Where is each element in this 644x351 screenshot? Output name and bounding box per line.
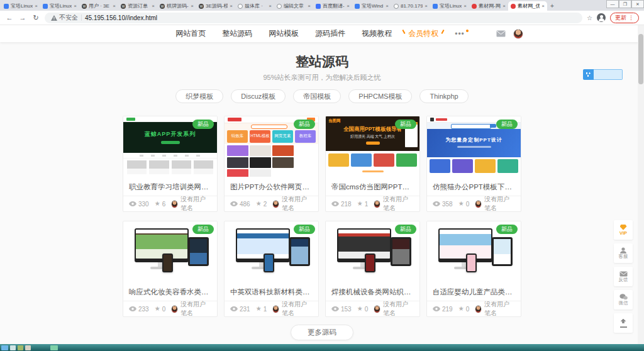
os-taskbar[interactable] — [0, 344, 644, 351]
author-avatar — [475, 200, 482, 208]
taskbar-item[interactable] — [50, 345, 58, 350]
mail-icon[interactable] — [496, 30, 506, 37]
browser-tab[interactable]: 用户 · 3E× — [79, 1, 118, 11]
filter-discuz[interactable]: Discuz模板 — [231, 89, 286, 103]
browser-tab[interactable]: 81.70.179× — [391, 1, 430, 11]
browser-tab-active[interactable]: 素材网_优× — [508, 1, 547, 11]
card-thumbnail[interactable]: 为您量身定制PPT设计 新品 — [427, 116, 521, 177]
card-title[interactable]: 响应式化妆美容香水类网站织梦模板 — [123, 282, 217, 301]
filter-diguo[interactable]: 帝国模板 — [293, 89, 341, 103]
new-badge: 新品 — [192, 120, 214, 129]
template-card: 当图网 全国商用PPT模板领导者 好用漂亮 高端 大气 上档次 新品 帝国cms… — [325, 116, 420, 212]
new-tab-button[interactable]: + — [547, 2, 557, 11]
nav-item-more[interactable]: ••• — [455, 30, 469, 38]
card-thumbnail[interactable]: 新品 — [123, 221, 217, 282]
sidebar-item-wechat[interactable]: 微信 — [614, 290, 633, 309]
nav-item-templates[interactable]: 网站模板 — [269, 28, 299, 39]
card-thumbnail[interactable]: 当图网 全国商用PPT模板领导者 好用漂亮 高端 大气 上档次 新品 — [326, 116, 419, 177]
user-avatar[interactable] — [513, 29, 523, 39]
filter-zhimeng[interactable]: 织梦模板 — [175, 89, 223, 103]
taskbar-item[interactable] — [25, 345, 31, 350]
sidebar-item-feedback[interactable]: 反馈 — [614, 267, 633, 286]
sidebar-item-vip[interactable]: VIP — [614, 220, 633, 240]
browser-tab[interactable]: 宝塔Linux× — [40, 1, 79, 11]
bookmark-star-icon[interactable]: ☆ — [587, 14, 592, 21]
eye-icon — [433, 306, 440, 311]
scrollbar-thumb[interactable] — [638, 34, 643, 84]
browser-tab[interactable]: 百度翻译-× — [313, 1, 352, 11]
nav-item-home[interactable]: 网站首页 — [175, 28, 206, 39]
nav-item-vip[interactable]: 会员特权 — [408, 28, 438, 39]
card-thumbnail[interactable]: 新品 — [326, 221, 419, 282]
taskbar-item[interactable] — [18, 345, 23, 350]
tab-close-icon[interactable]: × — [113, 3, 116, 9]
card-title[interactable]: 职业教育学习培训类网站模板（带手 — [123, 177, 217, 196]
globe-icon — [238, 4, 243, 9]
close-button[interactable]: ✕ — [631, 0, 644, 8]
maximize-button[interactable]: ❐ — [619, 0, 631, 8]
security-status[interactable]: 不安全 — [51, 13, 78, 22]
nav-item-source[interactable]: 整站源码 — [222, 28, 252, 39]
tab-close-icon[interactable]: × — [464, 3, 467, 9]
filter-thinkphp[interactable]: Thinkphp — [419, 89, 468, 103]
card-title[interactable]: 仿熊猫办公PPT模板下载站（带会员、 — [427, 177, 521, 196]
profile-icon[interactable] — [597, 13, 606, 22]
browser-tab[interactable]: 宝塔Wind× — [352, 1, 391, 11]
browser-tab[interactable]: 素材网-网× — [469, 1, 508, 11]
nav-item-plugins[interactable]: 源码插件 — [315, 28, 345, 39]
bt-icon — [433, 4, 438, 9]
tab-close-icon[interactable]: × — [74, 3, 77, 9]
minimize-button[interactable]: — — [606, 0, 619, 8]
browser-tab[interactable]: 宝塔Linux× — [1, 1, 40, 11]
menu-dots-icon[interactable]: ⋮ — [628, 14, 634, 21]
arrow-up-icon — [621, 319, 626, 325]
card-thumbnail[interactable]: 新品 — [427, 221, 521, 282]
browser-tab[interactable]: 资源订单 ·× — [118, 1, 157, 11]
card-thumbnail[interactable]: 蓝鲸APP开发系列 新品 — [123, 116, 217, 177]
card-title[interactable]: 焊接机械设备类网站织梦模板(带手机 — [326, 282, 419, 301]
template-card: 新品 焊接机械设备类网站织梦模板(带手机 153 0 没有用户笔名 — [325, 221, 420, 317]
browser-tab[interactable]: 棋牌源码-× — [157, 1, 196, 11]
update-button[interactable]: 更新 ⋮ — [610, 13, 639, 23]
star-icon — [256, 306, 262, 312]
vip-diamond-icon — [620, 225, 627, 230]
address-bar[interactable]: 不安全 45.195.156.10//index.html — [45, 13, 582, 23]
card-thumbnail[interactable]: 特效库 HTML模板 网页元素 教程库 新品 — [225, 116, 318, 177]
phone-mockup — [466, 254, 477, 272]
tablet-mockup — [391, 237, 411, 266]
browser-tab[interactable]: 媒体库 ·× — [235, 1, 274, 11]
extension-widget[interactable] — [583, 69, 623, 80]
more-source-button[interactable]: 更多源码 — [291, 325, 353, 340]
filter-phpcms[interactable]: PHPCMS模板 — [348, 89, 412, 103]
card-title[interactable]: 图片PPT办公软件网页素材下载站平台 — [225, 177, 318, 196]
tab-close-icon[interactable]: × — [425, 3, 428, 9]
reload-button[interactable]: ↻ — [31, 14, 40, 22]
card-footer: 233 0 没有用户笔名 — [123, 301, 217, 316]
globe-icon — [277, 4, 282, 9]
tab-close-icon[interactable]: × — [152, 3, 155, 9]
tab-close-icon[interactable]: × — [541, 3, 545, 9]
nav-item-video[interactable]: 视频教程 — [362, 28, 392, 39]
tab-close-icon[interactable]: × — [386, 3, 389, 9]
taskbar-item[interactable] — [1, 345, 8, 350]
card-title[interactable]: 中英双语科技新材料类网站织梦模板 — [225, 282, 318, 301]
back-button[interactable]: ← — [5, 14, 14, 21]
tab-close-icon[interactable]: × — [347, 3, 350, 9]
tab-close-icon[interactable]: × — [230, 3, 233, 9]
browser-tab[interactable]: 宝塔Linux× — [430, 1, 469, 11]
tab-close-icon[interactable]: × — [308, 3, 311, 9]
tab-close-icon[interactable]: × — [35, 3, 38, 9]
sidebar-item-service[interactable]: 客服 — [614, 243, 633, 263]
tab-close-icon[interactable]: × — [191, 3, 194, 9]
card-title[interactable]: 自适应婴幼儿童产品类网站织梦模板 — [427, 282, 521, 301]
tab-close-icon[interactable]: × — [269, 3, 272, 9]
extension-field[interactable] — [594, 69, 623, 80]
card-thumbnail[interactable]: 新品 — [225, 221, 318, 282]
card-title[interactable]: 帝国cms仿当图网PPT模板下载网站源码 — [326, 177, 419, 196]
tab-close-icon[interactable]: × — [502, 3, 506, 9]
taskbar-item[interactable] — [10, 345, 16, 350]
forward-button[interactable]: → — [18, 14, 27, 21]
browser-tab[interactable]: 3E源码-模× — [196, 1, 235, 11]
browser-tab[interactable]: 编辑文章× — [274, 1, 313, 11]
sidebar-item-back-to-top[interactable] — [614, 313, 633, 333]
